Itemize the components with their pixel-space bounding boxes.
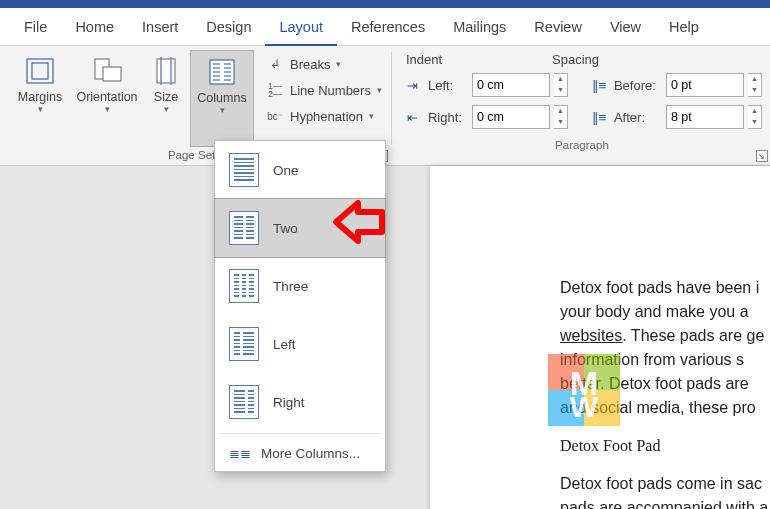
- indent-heading: Indent: [406, 52, 442, 67]
- tab-design[interactable]: Design: [192, 8, 265, 46]
- indent-right-spinner[interactable]: ▲▼: [554, 105, 568, 129]
- left-column-icon: [229, 327, 259, 361]
- more-columns-icon: ≣≣: [229, 446, 249, 461]
- columns-option-label: Two: [273, 221, 298, 236]
- tab-view[interactable]: View: [596, 8, 655, 46]
- tab-references[interactable]: References: [337, 8, 439, 46]
- tab-layout[interactable]: Layout: [265, 8, 337, 46]
- indent-left-input[interactable]: [472, 73, 550, 97]
- chevron-down-icon: ▾: [369, 111, 374, 121]
- tab-mailings[interactable]: Mailings: [439, 8, 520, 46]
- group-label-paragraph: Paragraph: [402, 137, 762, 153]
- columns-label: Columns: [197, 91, 246, 105]
- indent-left-icon: ⇥: [402, 77, 424, 93]
- columns-icon: [205, 57, 239, 87]
- tab-review[interactable]: Review: [520, 8, 596, 46]
- right-column-icon: [229, 385, 259, 419]
- indent-left-label: Left:: [428, 78, 468, 93]
- tab-help[interactable]: Help: [655, 8, 713, 46]
- columns-option-label: One: [273, 163, 299, 178]
- group-paragraph: Indent Spacing ⇥ Left: ▲▼ ⇤ Right: ▲▼: [392, 46, 770, 165]
- paragraph-launcher[interactable]: ↘: [756, 150, 768, 162]
- chevron-down-icon: ▾: [336, 59, 341, 69]
- menu-bar: File Home Insert Design Layout Reference…: [0, 8, 770, 46]
- margins-button[interactable]: Margins ▾: [10, 50, 70, 147]
- breaks-button[interactable]: ↲ Breaks ▾: [262, 54, 386, 74]
- body-text: Detox Foot Pad: [560, 434, 770, 458]
- more-columns-label: More Columns...: [261, 446, 360, 461]
- columns-option-left[interactable]: Left: [215, 315, 385, 373]
- columns-option-right[interactable]: Right: [215, 373, 385, 431]
- spacing-after-spinner[interactable]: ▲▼: [748, 105, 762, 129]
- spacing-before-icon: ‖≡: [588, 77, 610, 93]
- spacing-before-label: Before:: [614, 78, 662, 93]
- indent-right-label: Right:: [428, 110, 468, 125]
- watermark-logo: MW: [548, 354, 620, 426]
- menu-separator: [219, 433, 381, 434]
- spacing-after-label: After:: [614, 110, 662, 125]
- body-text: Detox foot pads come in sac pads are acc…: [560, 472, 770, 509]
- chevron-down-icon: ▾: [377, 85, 382, 95]
- indent-right-icon: ⇤: [402, 109, 424, 125]
- columns-option-three[interactable]: Three: [215, 257, 385, 315]
- line-numbers-icon: 1—2—: [266, 82, 284, 98]
- spacing-after-input[interactable]: [666, 105, 744, 129]
- svg-rect-3: [103, 67, 121, 81]
- columns-option-one[interactable]: One: [215, 141, 385, 199]
- orientation-button[interactable]: Orientation ▾: [72, 50, 142, 147]
- hyphenation-icon: bc⁻: [266, 108, 284, 124]
- document-page[interactable]: Detox foot pads have been i your body an…: [430, 166, 770, 509]
- columns-option-label: Left: [273, 337, 296, 352]
- size-button[interactable]: Size ▾: [144, 50, 188, 147]
- columns-option-label: Right: [273, 395, 305, 410]
- spacing-after-icon: ‖≡: [588, 109, 610, 125]
- hyphenation-label: Hyphenation: [290, 109, 363, 124]
- spacing-before-input[interactable]: [666, 73, 744, 97]
- breaks-icon: ↲: [266, 56, 284, 72]
- spacing-before-spinner[interactable]: ▲▼: [748, 73, 762, 97]
- columns-button[interactable]: Columns ▾: [190, 50, 254, 147]
- breaks-label: Breaks: [290, 57, 330, 72]
- chevron-down-icon: ▾: [38, 104, 43, 114]
- svg-rect-4: [157, 59, 175, 83]
- orientation-icon: [90, 56, 124, 86]
- three-column-icon: [229, 269, 259, 303]
- one-column-icon: [229, 153, 259, 187]
- spacing-heading: Spacing: [552, 52, 599, 67]
- indent-left-spinner[interactable]: ▲▼: [554, 73, 568, 97]
- two-column-icon: [229, 211, 259, 245]
- columns-option-label: Three: [273, 279, 308, 294]
- columns-dropdown: One Two Three Left Right ≣≣ More Columns…: [214, 140, 386, 472]
- chevron-down-icon: ▾: [220, 105, 225, 115]
- line-numbers-button[interactable]: 1—2— Line Numbers ▾: [262, 80, 386, 100]
- chevron-down-icon: ▾: [164, 104, 169, 114]
- tab-home[interactable]: Home: [61, 8, 128, 46]
- svg-rect-1: [32, 63, 48, 79]
- line-numbers-label: Line Numbers: [290, 83, 371, 98]
- tab-insert[interactable]: Insert: [128, 8, 192, 46]
- size-label: Size: [154, 90, 178, 104]
- size-icon: [149, 56, 183, 86]
- margins-label: Margins: [18, 90, 62, 104]
- annotation-arrow-icon: [332, 195, 386, 253]
- tab-file[interactable]: File: [10, 8, 61, 46]
- more-columns-button[interactable]: ≣≣ More Columns...: [215, 436, 385, 471]
- chevron-down-icon: ▾: [105, 104, 110, 114]
- margins-icon: [23, 56, 57, 86]
- svg-marker-18: [336, 203, 382, 241]
- orientation-label: Orientation: [76, 90, 137, 104]
- hyphenation-button[interactable]: bc⁻ Hyphenation ▾: [262, 106, 386, 126]
- indent-right-input[interactable]: [472, 105, 550, 129]
